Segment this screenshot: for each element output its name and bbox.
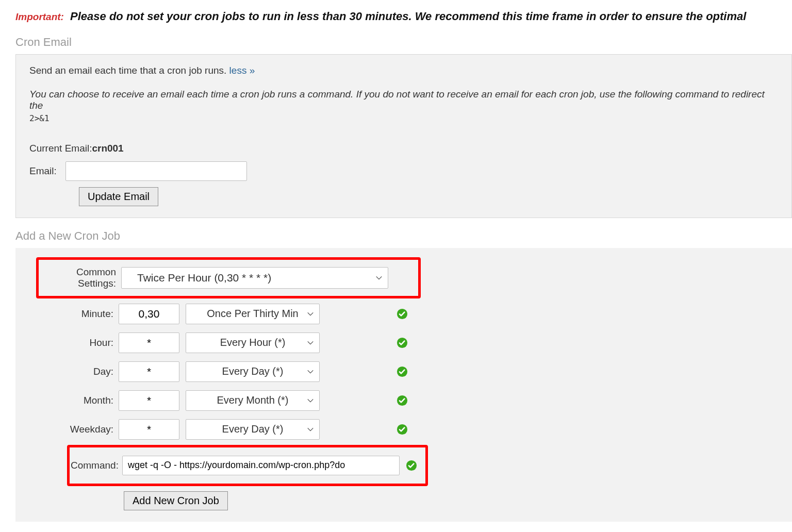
hour-select-value: Every Hour (*) [220, 337, 286, 348]
add-cron-heading: Add a New Cron Job [15, 229, 792, 243]
update-email-button[interactable]: Update Email [79, 187, 158, 206]
cron-email-heading: Cron Email [15, 36, 792, 49]
ok-icon [397, 395, 408, 406]
day-select[interactable]: Every Day (*) [186, 361, 320, 382]
day-input[interactable] [119, 361, 179, 382]
email-label: Email: [29, 165, 58, 177]
command-label: Command: [71, 460, 122, 471]
common-settings-value: Twice Per Hour (0,30 * * * *) [137, 272, 271, 284]
current-email: Current Email:crn001 [29, 143, 778, 154]
current-email-value: crn001 [92, 143, 123, 154]
cron-email-panel: Send an email each time that a cron job … [15, 54, 792, 218]
month-select[interactable]: Every Month (*) [186, 390, 320, 411]
weekday-select-value: Every Day (*) [222, 423, 284, 435]
weekday-input[interactable] [119, 419, 179, 440]
hour-label: Hour: [15, 337, 119, 348]
less-link[interactable]: less » [229, 65, 255, 76]
minute-select-value: Once Per Thirty Min [207, 308, 298, 320]
warning-line: Important: Please do not set your cron j… [15, 0, 792, 24]
email-input[interactable] [65, 161, 247, 181]
chevron-down-icon [307, 426, 314, 433]
chevron-down-icon [307, 310, 314, 318]
command-highlight: Command: [67, 445, 428, 486]
chevron-down-icon [307, 368, 314, 375]
ok-icon [397, 308, 408, 320]
chevron-down-icon [307, 339, 314, 346]
common-settings-highlight: Common Settings: Twice Per Hour (0,30 * … [36, 257, 421, 298]
chevron-down-icon [307, 397, 314, 404]
add-new-cron-button[interactable]: Add New Cron Job [124, 491, 228, 510]
cron-email-code: 2>&1 [29, 113, 778, 123]
warning-label: Important: [15, 11, 64, 22]
ok-icon [397, 366, 408, 377]
month-label: Month: [15, 395, 119, 406]
month-input[interactable] [119, 390, 179, 411]
common-settings-label: Common Settings: [40, 267, 121, 289]
minute-select[interactable]: Once Per Thirty Min [186, 304, 320, 324]
cron-email-line1-text: Send an email each time that a cron job … [29, 65, 229, 76]
ok-icon [406, 460, 417, 471]
ok-icon [397, 424, 408, 435]
warning-text: Please do not set your cron jobs to run … [70, 10, 746, 23]
cron-email-line1: Send an email each time that a cron job … [29, 65, 778, 76]
current-email-label: Current Email: [29, 143, 92, 154]
hour-input[interactable] [119, 332, 179, 353]
chevron-down-icon [375, 274, 383, 281]
weekday-select[interactable]: Every Day (*) [186, 419, 320, 440]
hour-select[interactable]: Every Hour (*) [186, 332, 320, 353]
ok-icon [397, 337, 408, 348]
cron-email-line2: You can choose to receive an email each … [29, 89, 778, 111]
add-cron-panel: Common Settings: Twice Per Hour (0,30 * … [15, 248, 792, 522]
month-select-value: Every Month (*) [217, 394, 289, 406]
day-select-value: Every Day (*) [222, 365, 284, 377]
minute-input[interactable] [119, 304, 179, 324]
minute-label: Minute: [15, 308, 119, 320]
weekday-label: Weekday: [15, 424, 119, 435]
command-input[interactable] [122, 456, 400, 475]
day-label: Day: [15, 366, 119, 377]
common-settings-select[interactable]: Twice Per Hour (0,30 * * * *) [121, 267, 388, 289]
